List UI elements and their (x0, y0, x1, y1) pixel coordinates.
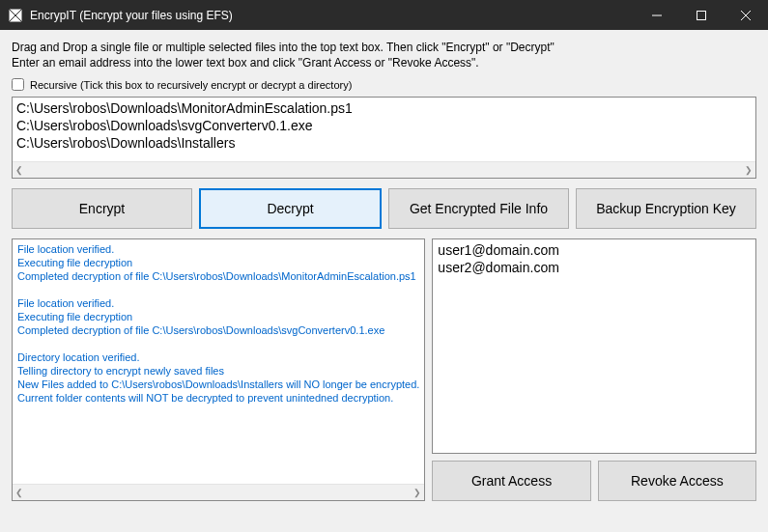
scroll-left-icon[interactable]: ❮ (15, 488, 23, 497)
file-paths-input[interactable] (13, 98, 755, 157)
recursive-row: Recursive (Tick this box to recursively … (12, 78, 756, 91)
titlebar: EncrypIT (Encrypt your files using EFS) (0, 0, 768, 30)
scroll-left-icon[interactable]: ❮ (15, 165, 23, 175)
decrypt-button[interactable]: Decrypt (199, 188, 382, 229)
encrypt-button[interactable]: Encrypt (12, 188, 192, 229)
action-button-row: Encrypt Decrypt Get Encrypted File Info … (12, 188, 756, 229)
revoke-access-button[interactable]: Revoke Access (598, 461, 756, 501)
email-container (432, 238, 756, 454)
instructions-line-1: Drag and Drop a single file or multiple … (12, 40, 756, 55)
close-button[interactable] (724, 0, 768, 30)
maximize-button[interactable] (679, 0, 724, 30)
access-button-row: Grant Access Revoke Access (432, 461, 756, 501)
log-horizontal-scrollbar[interactable]: ❮ ❯ (13, 484, 424, 500)
file-paths-container: ❮ ❯ (12, 97, 756, 179)
log-output[interactable]: File location verified. Executing file d… (13, 239, 424, 484)
email-input[interactable] (433, 239, 755, 453)
get-encrypted-file-info-button[interactable]: Get Encrypted File Info (388, 188, 569, 229)
backup-encryption-key-button[interactable]: Backup Encryption Key (576, 188, 756, 229)
window-controls (635, 0, 768, 30)
window-title: EncrypIT (Encrypt your files using EFS) (30, 9, 635, 22)
minimize-button[interactable] (635, 0, 679, 30)
instructions-line-2: Enter an email address into the lower te… (12, 55, 756, 70)
horizontal-scrollbar[interactable]: ❮ ❯ (13, 161, 755, 178)
window-content: Drag and Drop a single file or multiple … (0, 30, 768, 532)
svg-rect-2 (697, 11, 706, 19)
log-panel: File location verified. Executing file d… (12, 238, 425, 501)
grant-access-button[interactable]: Grant Access (432, 461, 590, 501)
scroll-right-icon[interactable]: ❯ (413, 488, 421, 497)
right-column: Grant Access Revoke Access (432, 238, 756, 501)
scroll-right-icon[interactable]: ❯ (745, 165, 753, 175)
recursive-label: Recursive (Tick this box to recursively … (30, 79, 352, 91)
recursive-checkbox[interactable] (12, 78, 24, 91)
lower-panels: File location verified. Executing file d… (12, 238, 756, 501)
instructions-text: Drag and Drop a single file or multiple … (12, 40, 756, 70)
app-icon (8, 8, 23, 23)
